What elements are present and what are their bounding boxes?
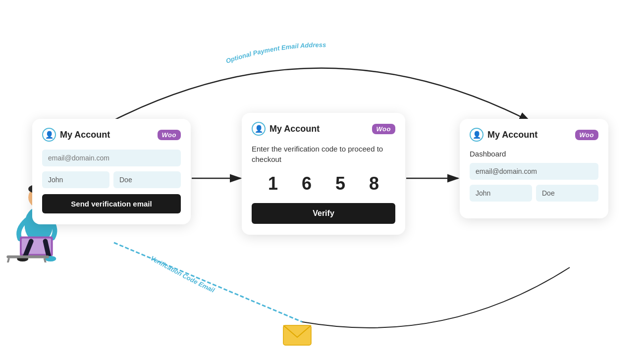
svg-text:Verification Code Email: Verification Code Email (149, 254, 216, 294)
card-3: 👤 My Account Woo Dashboard (460, 119, 608, 218)
card-1-name-row (42, 171, 181, 188)
card-1: 👤 My Account Woo Send verification email (32, 119, 191, 224)
scene: Optional Payment Email Address Verificat… (0, 0, 644, 362)
svg-text:Optional Payment Email Address: Optional Payment Email Address (225, 41, 326, 65)
otp-digit-4: 8 (361, 173, 387, 194)
card-1-last-name-input[interactable] (113, 171, 181, 188)
card-3-header: 👤 My Account Woo (470, 128, 598, 142)
otp-digit-2: 6 (294, 173, 320, 194)
svg-line-15 (6, 258, 9, 262)
card-3-woo-badge: Woo (575, 130, 598, 140)
svg-rect-14 (6, 256, 49, 259)
card-1-title-row: 👤 My Account (42, 128, 110, 142)
card-3-title: My Account (487, 130, 537, 140)
otp-digit-1: 1 (260, 173, 286, 194)
card-2-verify-text: Enter the verification code to proceed t… (252, 144, 395, 164)
otp-row: 1 6 5 8 (252, 173, 395, 194)
card-3-last-name-input[interactable] (536, 185, 598, 202)
card-2: 👤 My Account Woo Enter the verification … (242, 113, 405, 235)
card-2-header: 👤 My Account Woo (252, 122, 395, 136)
card-3-user-icon: 👤 (470, 128, 483, 142)
card-3-first-name-input[interactable] (470, 185, 532, 202)
card-1-title: My Account (60, 130, 110, 140)
otp-digit-3: 5 (327, 173, 353, 194)
card-2-title: My Account (269, 124, 320, 134)
card-2-user-icon: 👤 (252, 122, 266, 136)
card-2-woo-badge: Woo (372, 124, 395, 134)
card-1-email-input[interactable] (42, 150, 181, 166)
card-1-user-icon: 👤 (42, 128, 56, 142)
dashboard-label: Dashboard (470, 150, 598, 158)
card-1-first-name-input[interactable] (42, 171, 109, 188)
card-2-title-row: 👤 My Account (252, 122, 320, 136)
send-verification-email-button[interactable]: Send verification email (42, 194, 181, 213)
email-icon (282, 324, 312, 348)
card-3-title-row: 👤 My Account (470, 128, 537, 142)
card-3-name-row (470, 185, 598, 202)
card-1-header: 👤 My Account Woo (42, 128, 181, 142)
card-1-woo-badge: Woo (158, 130, 181, 140)
verify-button[interactable]: Verify (252, 203, 395, 224)
card-3-email-input[interactable] (470, 163, 598, 180)
